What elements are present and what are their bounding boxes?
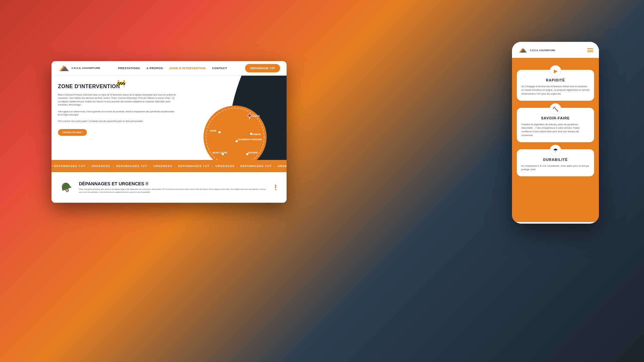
hamburger-line-2 — [587, 50, 593, 51]
rapidite-icon-area: ▶ — [550, 65, 561, 77]
svg-point-5 — [248, 114, 251, 117]
feature-card-savoirfaire: 🔨 SAVOIR-FAIRE Création et réparation de… — [517, 108, 594, 142]
svg-text:VICHY: VICHY — [252, 115, 260, 117]
construction-icon: 🚧 — [117, 79, 126, 88]
mobile-logo-icon — [518, 47, 527, 54]
hamburger-line-1 — [587, 48, 593, 49]
nav-cta-button[interactable]: DÉPANNAGE 7J/7 — [245, 64, 280, 72]
nav-contact[interactable]: CONTACT — [212, 67, 227, 70]
svg-text:MONT DORE: MONT DORE — [213, 151, 227, 154]
svg-rect-20 — [521, 51, 524, 53]
durabilite-text: En choisissant C.E.Z.A. Couverture, vous… — [521, 164, 590, 172]
desktop-nav-links: PRESTATIONS A PROPOS ZONE D'INTERVENTION… — [118, 67, 227, 70]
mobile-content: ▶ RAPIDITÉ Je m'engage à honorer les éch… — [512, 58, 599, 222]
rapidite-text: Je m'engage à honorer les échéances fixé… — [521, 85, 590, 96]
emergency-icon: 🪖 — [61, 182, 72, 193]
svg-text:ISSOIRE: ISSOIRE — [248, 151, 258, 154]
desktop-mockup: C.E.Z.A. COUVERTURE PRESTATIONS A PROPOS… — [52, 61, 287, 203]
rapidite-title: RAPIDITÉ — [521, 78, 590, 82]
emergency-text: Notre entreprise propose des services de… — [79, 188, 268, 194]
savoirfaire-icon-area: 🔨 — [550, 103, 561, 115]
zone-paragraph3: Prêt à donner vie à votre projet ? Conta… — [58, 120, 177, 123]
zone-paragraph1: Basé à Clermont-Ferrand, j'interviens da… — [58, 93, 177, 107]
emergency-content: DÉPANNAGES ET URGENCES !! Notre entrepri… — [79, 181, 268, 194]
ticker-strip: • DÉPANNAGES 7J/7 - URGENCES - DÉPANNAGE… — [52, 160, 287, 172]
svg-rect-2 — [62, 70, 65, 71]
desktop-nav: C.E.Z.A. COUVERTURE PRESTATIONS A PROPOS… — [52, 61, 287, 76]
desktop-logo-text: C.E.Z.A. COUVERTURE — [71, 67, 100, 70]
mobile-mockup: C.E.Z.A. COUVERTURE ▶ RAPIDITÉ Je m'enga… — [512, 42, 599, 224]
feature-card-durabilite: ☂ DURABILITÉ En choisissant C.E.Z.A. Cou… — [517, 149, 594, 177]
nav-zone[interactable]: ZONE D'INTERVENTION — [169, 67, 205, 70]
svg-text:CLERMONT-FERRAND: CLERMONT-FERRAND — [238, 138, 262, 141]
durabilite-title: DURABILITÉ — [521, 158, 590, 162]
mobile-logo-area: C.E.Z.A. COUVERTURE — [518, 47, 555, 54]
feature-card-rapidite: ▶ RAPIDITÉ Je m'engage à honorer les éch… — [517, 70, 594, 101]
hamburger-menu[interactable] — [587, 48, 593, 52]
exclamation-mark: ! — [274, 183, 277, 192]
savoirfaire-title: SAVOIR-FAIRE — [521, 116, 590, 120]
logo-icon — [58, 64, 70, 73]
nav-prestations[interactable]: PRESTATIONS — [118, 67, 140, 70]
savoirfaire-text: Création et réparation de toitures, pose… — [521, 123, 590, 137]
svg-text:RIOM: RIOM — [210, 129, 216, 132]
mobile-nav: C.E.Z.A. COUVERTURE — [512, 42, 599, 58]
svg-text:THIERS: THIERS — [252, 133, 261, 136]
zone-paragraph2: Faire appel à un artisan local, c'est la… — [58, 110, 177, 117]
mobile-logo-text: C.E.Z.A. COUVERTURE — [530, 49, 555, 51]
savoirfaire-icon: 🔨 — [552, 106, 559, 112]
durabilite-icon-area: ☂ — [550, 145, 561, 156]
emergency-title: DÉPANNAGES ET URGENCES !! — [79, 181, 268, 186]
svg-point-8 — [218, 131, 221, 134]
rapidite-icon: ▶ — [554, 69, 557, 74]
contactez-button[interactable]: CONTACTEZ-MOI ! — [58, 129, 87, 136]
emergency-section: 🪖 DÉPANNAGES ET URGENCES !! Notre entrep… — [52, 172, 287, 203]
nav-apropos[interactable]: A PROPOS — [147, 67, 163, 70]
ticker-text: • DÉPANNAGES 7J/7 - URGENCES - DÉPANNAGE… — [52, 164, 287, 168]
durabilite-icon: ☂ — [553, 147, 558, 153]
logo-area: C.E.Z.A. COUVERTURE — [58, 64, 100, 73]
hamburger-line-3 — [587, 51, 593, 52]
